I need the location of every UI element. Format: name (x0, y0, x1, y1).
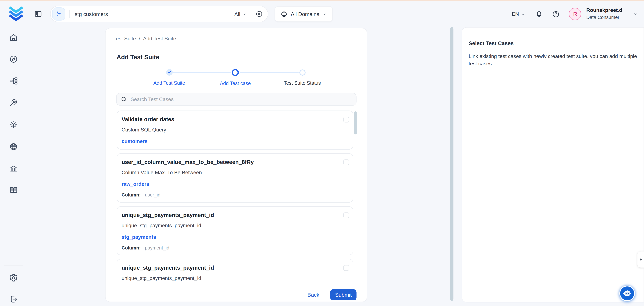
right-panel-description: Link existing test cases with newly crea… (468, 52, 637, 68)
search-scope-label: All (234, 11, 240, 17)
step-completed-check-icon (166, 69, 172, 76)
avatar: R (569, 8, 582, 20)
test-case-checkbox[interactable] (343, 117, 349, 123)
test-case-card[interactable]: Validate order dates Custom SQL Query cu… (117, 111, 353, 150)
robot-icon (622, 288, 632, 299)
test-case-table-link[interactable]: raw_orders (122, 181, 149, 187)
sidebar (0, 27, 27, 306)
back-button[interactable]: Back (303, 292, 324, 298)
sidebar-item-insights[interactable] (9, 120, 18, 129)
global-search-input[interactable] (74, 11, 234, 18)
sidebar-toggle-button[interactable] (33, 9, 44, 19)
search-scope-dropdown[interactable]: All (234, 11, 247, 17)
test-case-table-link[interactable]: customers (122, 139, 148, 145)
chevron-down-icon (633, 11, 638, 17)
x-circle-icon (256, 10, 263, 18)
test-case-checkbox[interactable] (343, 212, 349, 218)
user-info: Rounakpreet.d Data Consumer (586, 7, 622, 21)
column-value: payment_id (145, 245, 170, 250)
help-circle-icon (552, 10, 560, 18)
ai-search-chip[interactable] (52, 7, 65, 21)
column-label: Column: (122, 245, 141, 250)
test-case-type: unique_stg_payments_payment_id (122, 223, 332, 229)
domains-globe-icon (9, 142, 18, 151)
search-icon (121, 96, 127, 102)
step-add-test-case[interactable]: Add Test case (220, 69, 251, 86)
breadcrumb-add-test-suite[interactable]: Add Test Suite (143, 36, 176, 42)
add-test-suite-panel: Test Suite / Add Test Suite Add Test Sui… (105, 28, 367, 302)
step-upcoming-dot (299, 70, 305, 76)
insights-bulb-icon (9, 120, 18, 129)
sidebar-item-lineage[interactable] (9, 76, 18, 85)
top-accent-strip (0, 0, 644, 1)
test-case-card[interactable]: user_id_column_value_max_to_be_between_8… (117, 153, 353, 203)
notifications-button[interactable] (535, 10, 543, 18)
test-case-title: Validate order dates (122, 116, 332, 123)
breadcrumb: Test Suite / Add Test Suite (113, 36, 176, 42)
collapse-panel-handle[interactable] (638, 251, 644, 267)
sidebar-item-observability[interactable] (9, 98, 18, 107)
test-case-title: unique_stg_payments_payment_id (122, 265, 332, 271)
breadcrumb-separator: / (139, 36, 140, 42)
drag-handle-icon (639, 255, 644, 263)
step-label: Add Test case (220, 81, 251, 86)
chevron-down-icon (242, 12, 247, 16)
globe-icon (280, 11, 288, 18)
test-case-search-input[interactable] (130, 96, 352, 103)
language-selector[interactable]: EN (512, 11, 526, 17)
sidebar-item-explore[interactable] (9, 55, 18, 64)
submit-button[interactable]: Submit (330, 289, 356, 300)
test-case-table-link[interactable]: stg_payments (122, 234, 156, 240)
test-case-list: Validate order dates Custom SQL Query cu… (117, 111, 354, 287)
user-menu[interactable]: R Rounakpreet.d Data Consumer (569, 7, 638, 21)
sidebar-item-governance[interactable] (9, 164, 18, 173)
bell-icon (535, 10, 543, 18)
topbar: All All Domains EN (0, 1, 644, 27)
divider (70, 10, 70, 18)
logout-icon (9, 295, 18, 303)
app-logo[interactable] (9, 6, 23, 22)
test-case-checkbox[interactable] (343, 159, 349, 165)
governance-bank-icon (9, 164, 18, 173)
list-scrollbar-thumb[interactable] (354, 111, 357, 134)
step-test-suite-status[interactable]: Test Suite Status (284, 69, 321, 86)
test-case-title: user_id_column_value_max_to_be_between_8… (122, 159, 332, 166)
user-role: Data Consumer (586, 15, 622, 21)
divider (251, 10, 252, 18)
global-search-bar[interactable]: All (50, 6, 268, 22)
chevron-down-icon (322, 12, 327, 16)
help-button[interactable] (552, 10, 560, 18)
test-case-search[interactable] (116, 93, 356, 106)
chatbot-button[interactable] (619, 286, 635, 301)
test-case-card[interactable]: unique_stg_payments_payment_id unique_st… (117, 206, 353, 255)
language-label: EN (512, 11, 519, 17)
lineage-flow-icon (9, 76, 18, 85)
test-case-card[interactable]: unique_stg_payments_payment_id unique_st… (117, 259, 353, 287)
sidebar-item-home[interactable] (9, 33, 18, 42)
sidebar-item-domains[interactable] (9, 142, 18, 151)
sidebar-item-settings[interactable] (9, 273, 18, 282)
domains-filter-button[interactable]: All Domains (275, 6, 333, 22)
breadcrumb-test-suite[interactable]: Test Suite (113, 36, 136, 42)
test-case-column-row: Column: payment_id (122, 245, 332, 251)
test-case-checkbox[interactable] (343, 265, 349, 271)
step-active-dot (232, 69, 239, 76)
test-case-type: Custom SQL Query (122, 127, 332, 133)
test-case-type: unique_stg_payments_payment_id (122, 275, 332, 281)
right-info-panel: Select Test Cases Link existing test cas… (462, 27, 644, 302)
panel-toggle-icon (34, 10, 42, 18)
step-label: Add Test Suite (153, 80, 185, 86)
domains-filter-label: All Domains (291, 11, 319, 17)
sidebar-item-logout[interactable] (9, 295, 18, 303)
page-title: Add Test Suite (117, 54, 160, 61)
glossary-book-icon (9, 186, 18, 195)
settings-gear-icon (9, 273, 18, 282)
search-clear-button[interactable] (256, 10, 263, 18)
stepper: Add Test Suite Add Test case Test Suite … (106, 69, 368, 88)
vertical-scrollbar-thumb[interactable] (450, 27, 454, 301)
sidebar-item-glossary[interactable] (9, 186, 18, 195)
step-add-test-suite[interactable]: Add Test Suite (153, 69, 185, 86)
logo-layers-icon (9, 6, 23, 22)
right-panel-title: Select Test Cases (468, 40, 514, 46)
step-label: Test Suite Status (284, 80, 321, 86)
